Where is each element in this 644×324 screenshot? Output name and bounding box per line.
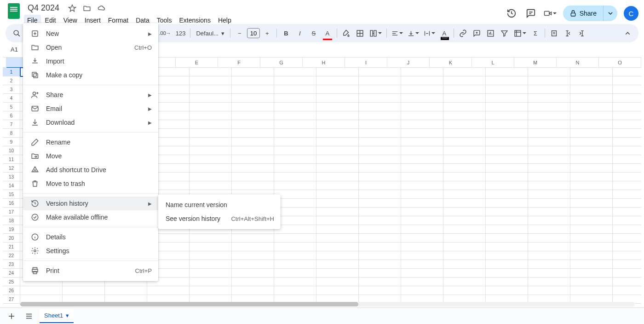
menu-item-email[interactable]: Email▶ [23,102,158,116]
cell[interactable] [613,138,641,146]
menu-item-move-to-trash[interactable]: Move to trash [23,177,158,191]
cell[interactable] [316,234,359,243]
cell[interactable] [570,111,613,120]
toolbar-extra-1[interactable] [548,27,561,40]
cell[interactable] [613,129,641,138]
cell[interactable] [232,68,274,76]
menu-item-settings[interactable]: Settings [23,244,158,258]
row-header[interactable]: 5 [3,103,20,111]
cell[interactable] [570,85,613,94]
cell[interactable] [401,208,443,216]
cell[interactable] [528,199,570,208]
cell[interactable] [359,208,401,216]
cell[interactable] [232,138,274,146]
cell[interactable] [613,234,641,243]
cell[interactable] [232,234,274,243]
cell[interactable] [528,85,570,94]
cell[interactable] [232,243,274,251]
cell[interactable] [401,120,443,129]
cell[interactable] [63,286,105,295]
cell[interactable] [528,278,570,286]
menu-item-open[interactable]: OpenCtrl+O [23,40,158,54]
cell[interactable] [613,278,641,286]
cell[interactable] [443,251,486,260]
cell[interactable] [232,120,274,129]
cell[interactable] [443,243,486,251]
cell[interactable] [570,68,613,76]
cell[interactable] [359,138,401,146]
menu-item-rename[interactable]: Rename [23,135,158,149]
cell[interactable] [274,251,316,260]
cell[interactable] [613,173,641,181]
cell[interactable] [316,260,359,269]
cell[interactable] [316,251,359,260]
cell[interactable] [528,208,570,216]
cell[interactable] [190,164,232,173]
cell[interactable] [613,269,641,278]
cell[interactable] [359,155,401,164]
cell[interactable] [486,181,528,190]
cell[interactable] [274,138,316,146]
cell[interactable] [570,181,613,190]
cell[interactable] [613,155,641,164]
cell[interactable] [443,225,486,234]
column-header[interactable]: H [303,58,345,68]
cell[interactable] [613,111,641,120]
strikethrough-button[interactable]: S [307,27,320,40]
cell[interactable] [274,286,316,295]
cell[interactable] [316,85,359,94]
cell[interactable] [359,269,401,278]
cell[interactable] [316,111,359,120]
cell[interactable] [190,76,232,85]
cell[interactable] [486,129,528,138]
cell[interactable] [570,234,613,243]
column-header[interactable]: L [472,58,514,68]
cell[interactable] [316,269,359,278]
cell[interactable] [613,85,641,94]
menu-item-download[interactable]: Download▶ [23,116,158,129]
cell[interactable] [274,278,316,286]
cell[interactable] [486,94,528,103]
cell[interactable] [232,129,274,138]
cell[interactable] [528,225,570,234]
cell[interactable] [443,111,486,120]
cell[interactable] [486,173,528,181]
increase-decimal-button[interactable]: .00→ [157,27,172,40]
cell[interactable] [486,225,528,234]
column-header[interactable]: O [599,58,641,68]
cell[interactable] [274,164,316,173]
cell[interactable] [401,76,443,85]
filter-button[interactable] [498,27,511,40]
cell[interactable] [528,68,570,76]
cell[interactable] [613,103,641,111]
cell[interactable] [613,225,641,234]
name-box[interactable]: A1 [5,46,24,53]
cell[interactable] [401,234,443,243]
cell[interactable] [443,286,486,295]
cell[interactable] [316,94,359,103]
cell[interactable] [570,286,613,295]
star-icon[interactable] [68,4,76,12]
cell[interactable] [401,243,443,251]
cell[interactable] [274,269,316,278]
cell[interactable] [443,216,486,225]
cell[interactable] [528,260,570,269]
cell[interactable] [613,243,641,251]
row-header[interactable]: 10 [3,146,20,155]
cell[interactable] [190,129,232,138]
toolbar-extra-3[interactable] [575,27,588,40]
move-folder-icon[interactable] [83,4,91,12]
insert-chart-button[interactable] [484,27,497,40]
select-all-cell[interactable] [3,58,6,68]
insert-comment-button[interactable] [471,27,483,40]
cell[interactable] [486,278,528,286]
sheets-logo[interactable] [6,3,22,19]
cell[interactable] [190,94,232,103]
cell[interactable] [528,286,570,295]
cell[interactable] [401,164,443,173]
column-header[interactable]: F [218,58,260,68]
cell[interactable] [570,190,613,199]
cell[interactable] [613,199,641,208]
doc-title[interactable]: Q4 2024 [25,3,62,13]
cell[interactable] [190,260,232,269]
